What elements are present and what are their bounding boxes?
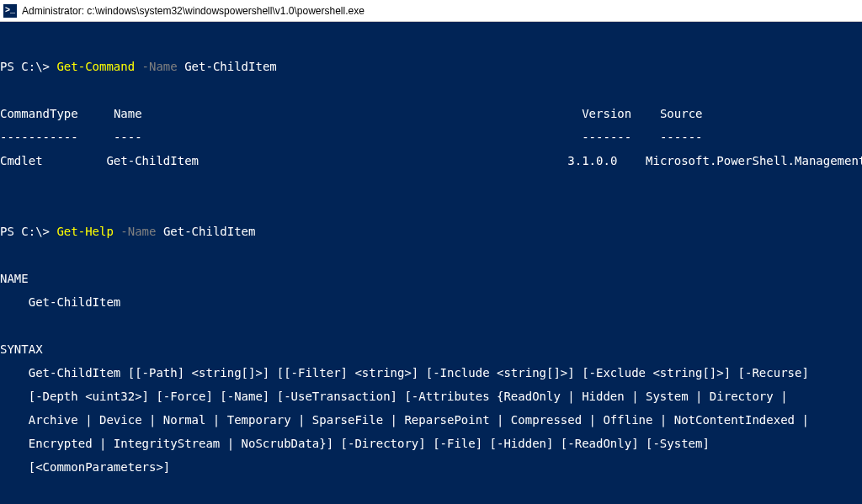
help-syntax-header: SYNTAX (0, 343, 862, 355)
col-name: Name (114, 107, 142, 120)
help-syntax-line: Encrypted | IntegrityStream | NoScrubDat… (0, 438, 862, 449)
prompt: PS C:\> (0, 60, 56, 73)
cell-name: Get-ChildItem (106, 154, 199, 167)
powershell-window: >_ Administrator: c:\windows\system32\wi… (0, 0, 862, 504)
parameter-name: -Name (135, 60, 184, 73)
command-line-2: PS C:\> Get-Help -Name Get-ChildItem (0, 225, 862, 237)
prompt: PS C:\> (0, 225, 56, 238)
cmdlet-name: Get-Command (56, 60, 135, 73)
help-name-value: Get-ChildItem (0, 296, 862, 308)
col-source: Source (660, 107, 703, 120)
help-syntax-line: Archive | Device | Normal | Temporary | … (0, 414, 862, 426)
cell-commandtype: Cmdlet (0, 154, 43, 167)
col-version: Version (582, 107, 631, 120)
titlebar[interactable]: >_ Administrator: c:\windows\system32\wi… (0, 0, 862, 22)
help-name-header: NAME (0, 273, 862, 284)
table-header: CommandType Name Version Source (0, 108, 862, 119)
parameter-value: Get-ChildItem (163, 225, 256, 238)
table-underline: ----------- ---- ------- ------ (0, 131, 862, 143)
cell-version: 3.1.0.0 (567, 154, 617, 167)
window-title: Administrator: c:\windows\system32\windo… (22, 5, 364, 17)
col-commandtype: CommandType (0, 107, 78, 120)
help-syntax-line: Get-ChildItem [[-Path] <string[]>] [[-Fi… (0, 367, 862, 379)
powershell-icon-glyph: >_ (5, 6, 15, 15)
help-syntax-line: [<CommonParameters>] (0, 461, 862, 473)
parameter-value: Get-ChildItem (184, 60, 277, 73)
cmdlet-name: Get-Help (56, 225, 113, 238)
parameter-name: -Name (114, 225, 163, 238)
command-line-1: PS C:\> Get-Command -Name Get-ChildItem (0, 61, 862, 72)
console-area[interactable]: PS C:\> Get-Command -Name Get-ChildItem … (0, 22, 862, 504)
powershell-icon: >_ (3, 4, 17, 18)
cell-source: Microsoft.PowerShell.Management (646, 154, 862, 167)
help-syntax-line: [-Depth <uint32>] [-Force] [-Name] [-Use… (0, 390, 862, 402)
table-row: Cmdlet Get-ChildItem 3.1.0.0 Microsoft.P… (0, 155, 862, 167)
